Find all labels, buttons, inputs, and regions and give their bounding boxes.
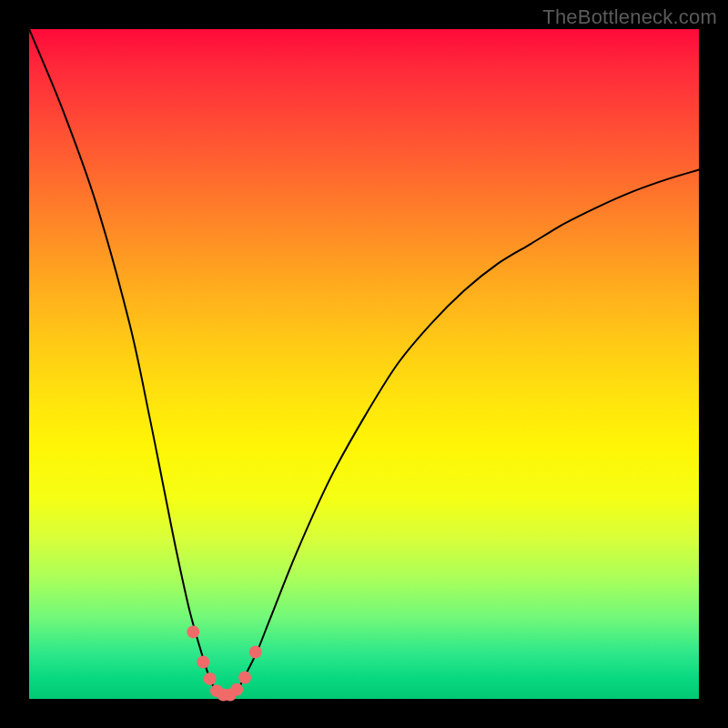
valley-dot (197, 656, 209, 669)
valley-dot (230, 683, 243, 696)
valley-dot (249, 645, 262, 658)
bottleneck-curve-svg (29, 29, 699, 699)
valley-dot (187, 625, 199, 638)
valley-dot (238, 671, 251, 683)
chart-frame: TheBottleneck.com (0, 0, 728, 728)
valley-dot (204, 672, 217, 685)
plot-area (29, 29, 699, 699)
bottleneck-curve (29, 29, 699, 700)
watermark-text: TheBottleneck.com (542, 5, 717, 29)
